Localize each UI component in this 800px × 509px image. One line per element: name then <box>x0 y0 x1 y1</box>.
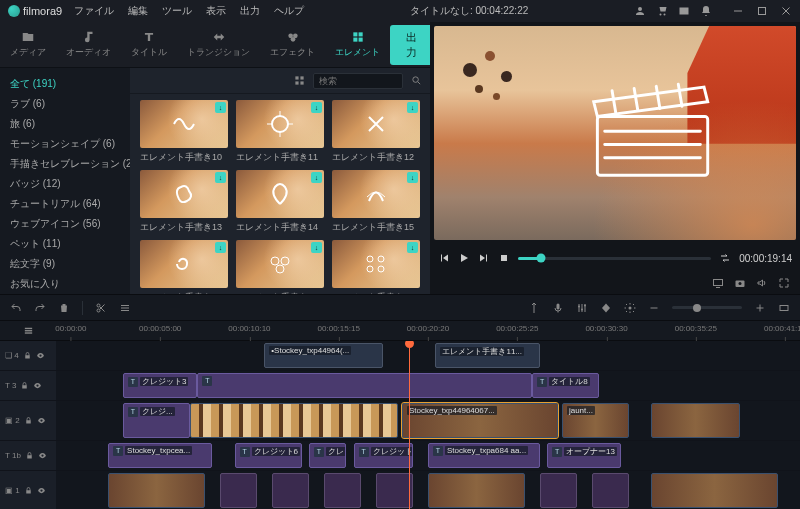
download-icon[interactable] <box>407 242 418 253</box>
eye-icon[interactable] <box>37 416 46 425</box>
eye-icon[interactable] <box>38 451 47 460</box>
tab-audio[interactable]: オーディオ <box>56 22 121 67</box>
clip-trans[interactable] <box>376 473 413 508</box>
clip-title[interactable]: タイトル8 <box>532 373 599 398</box>
element-item[interactable]: エレメント手書き11 <box>236 100 324 164</box>
track-header[interactable]: ▣ 2 <box>0 401 56 440</box>
sidebar-item[interactable]: チュートリアル (64) <box>0 194 130 214</box>
split-icon[interactable] <box>95 302 107 314</box>
element-item[interactable]: エレメント手書き12 <box>332 100 420 164</box>
zoom-fit-icon[interactable] <box>778 302 790 314</box>
mail-icon[interactable] <box>678 5 690 17</box>
eye-icon[interactable] <box>33 381 42 390</box>
play-icon[interactable] <box>458 252 470 264</box>
clip-trans[interactable] <box>272 473 309 508</box>
menu-output[interactable]: 出力 <box>240 4 260 18</box>
redo-icon[interactable] <box>34 302 46 314</box>
sidebar-item[interactable]: 絵文字 (9) <box>0 254 130 274</box>
sidebar-item[interactable]: 旅 (6) <box>0 114 130 134</box>
volume-icon[interactable] <box>756 277 768 289</box>
clip-vid[interactable] <box>428 473 525 508</box>
settings-icon[interactable] <box>624 302 636 314</box>
clip-vid[interactable] <box>190 403 398 438</box>
menu-file[interactable]: ファイル <box>74 4 114 18</box>
eye-icon[interactable] <box>37 486 46 495</box>
mixer-icon[interactable] <box>576 302 588 314</box>
eye-icon[interactable] <box>36 351 45 360</box>
sidebar-item[interactable]: ウェブアイコン (56) <box>0 214 130 234</box>
track-header[interactable]: ▣ 1 <box>0 471 56 509</box>
clip-vid[interactable] <box>651 473 777 508</box>
element-item[interactable]: エレメント手書き15 <box>332 170 420 234</box>
sidebar-item[interactable]: お気に入り <box>0 274 130 294</box>
tab-transition[interactable]: トランジション <box>177 22 260 67</box>
clip-vid[interactable] <box>651 403 740 438</box>
sidebar-all[interactable]: 全て (191) <box>0 74 130 94</box>
track-body[interactable]: Stockey_txpcea...クレジット6クレジクレジット2Stockey_… <box>56 441 800 470</box>
zoom-in-icon[interactable] <box>754 302 766 314</box>
lock-icon[interactable] <box>23 351 32 360</box>
display-icon[interactable] <box>712 277 724 289</box>
scrub-bar[interactable] <box>518 257 711 260</box>
clip-title[interactable]: Stockey_txpa684 aa... <box>428 443 540 468</box>
tab-title[interactable]: タイトル <box>121 22 177 67</box>
download-icon[interactable] <box>311 242 322 253</box>
stop-icon[interactable] <box>498 252 510 264</box>
menu-edit[interactable]: 編集 <box>128 4 148 18</box>
track-body[interactable]: クレジ...Stockey_txp44964067...jaunt... <box>56 401 800 440</box>
menu-help[interactable]: ヘルプ <box>274 4 304 18</box>
adjust-icon[interactable] <box>119 302 131 314</box>
clip-trans[interactable] <box>324 473 361 508</box>
tab-media[interactable]: メディア <box>0 22 56 67</box>
preview-viewport[interactable] <box>434 26 796 240</box>
export-button[interactable]: 出力 <box>390 25 433 65</box>
zoom-out-icon[interactable] <box>648 302 660 314</box>
sidebar-item[interactable]: 手描きセレブレーション (21) <box>0 154 130 174</box>
clip-trans[interactable] <box>220 473 257 508</box>
delete-icon[interactable] <box>58 302 70 314</box>
timeline-menu-icon[interactable] <box>23 325 34 336</box>
zoom-slider[interactable] <box>672 306 742 309</box>
element-item[interactable]: エレメント手書き16 <box>140 240 228 294</box>
track-body[interactable]: •Stockey_txp44964(...エレメント手書き11... <box>56 341 800 370</box>
clip-title[interactable] <box>197 373 532 398</box>
track-body[interactable]: クレジット3タイトル8 <box>56 371 800 400</box>
track-header[interactable]: T 3 <box>0 371 56 400</box>
cart-icon[interactable] <box>656 5 668 17</box>
download-icon[interactable] <box>407 172 418 183</box>
marker-icon[interactable] <box>528 302 540 314</box>
clip-vid[interactable]: Stockey_txp44964067... <box>402 403 558 438</box>
download-icon[interactable] <box>311 102 322 113</box>
track-header[interactable]: T 1b <box>0 441 56 470</box>
account-icon[interactable] <box>634 5 646 17</box>
clip-trans[interactable] <box>540 473 577 508</box>
notify-icon[interactable] <box>700 5 712 17</box>
loop-icon[interactable] <box>719 252 731 264</box>
element-item[interactable]: エレメント手書き17 <box>236 240 324 294</box>
element-item[interactable]: エレメント手書き14 <box>236 170 324 234</box>
menu-tool[interactable]: ツール <box>162 4 192 18</box>
clip-vid[interactable]: jaunt... <box>562 403 629 438</box>
tab-element[interactable]: エレメント <box>325 22 390 67</box>
clip-title[interactable]: オープナー13 <box>547 443 621 468</box>
clip-title[interactable]: Stockey_txpcea... <box>108 443 212 468</box>
sidebar-item[interactable]: ペット (11) <box>0 234 130 254</box>
clip-elem[interactable]: •Stockey_txp44964(... <box>264 343 383 368</box>
record-icon[interactable] <box>552 302 564 314</box>
tab-effect[interactable]: エフェクト <box>260 22 325 67</box>
maximize-icon[interactable] <box>756 5 768 17</box>
lock-icon[interactable] <box>20 381 29 390</box>
close-icon[interactable] <box>780 5 792 17</box>
clip-title[interactable]: クレジット6 <box>235 443 302 468</box>
download-icon[interactable] <box>311 172 322 183</box>
clip-vid[interactable] <box>108 473 205 508</box>
download-icon[interactable] <box>215 172 226 183</box>
track-header[interactable]: ❏ 4 <box>0 341 56 370</box>
element-item[interactable]: エレメント手書き13 <box>140 170 228 234</box>
minimize-icon[interactable] <box>732 5 744 17</box>
snapshot-icon[interactable] <box>734 277 746 289</box>
clip-title[interactable]: クレジ <box>309 443 346 468</box>
clip-trans[interactable] <box>592 473 629 508</box>
grid-view-icon[interactable] <box>294 75 305 86</box>
lock-icon[interactable] <box>25 451 34 460</box>
